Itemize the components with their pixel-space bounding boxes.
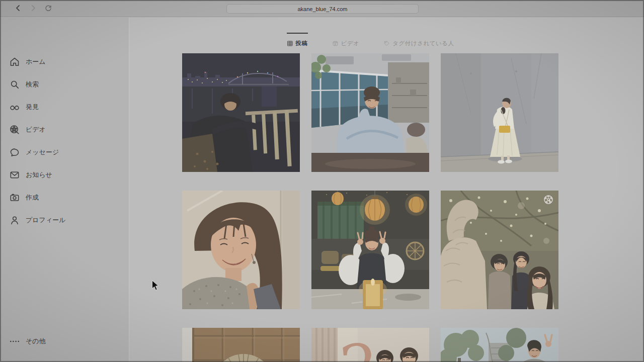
back-arrow-icon (14, 4, 22, 12)
sidebar-item-explore[interactable]: 発見 (0, 96, 129, 118)
tab-label: ビデオ (341, 40, 360, 47)
sidebar-item-home[interactable]: ホーム (0, 50, 129, 73)
tab-label: 投稿 (296, 40, 308, 47)
sidebar-item-profile[interactable]: プロフィール (0, 209, 129, 231)
browser-window: akane_blue_74.com ホーム 検索 (0, 0, 644, 362)
photo-restaurant-peace (311, 191, 429, 309)
more-dots-icon (9, 336, 20, 347)
chat-bubble-icon (9, 147, 20, 158)
post-grid: 2 (182, 53, 558, 362)
balloon-number: 2 (337, 330, 382, 362)
address-bar[interactable]: akane_blue_74.com (226, 4, 419, 14)
sidebar-item-label: 作成 (26, 193, 39, 202)
sidebar-item-label: お知らせ (26, 170, 52, 179)
search-icon (9, 79, 20, 90)
sidebar-item-label: 発見 (26, 103, 39, 112)
back-button[interactable] (14, 4, 22, 12)
photo-night-bridge (182, 53, 300, 172)
sidebar-item-create[interactable]: 作成 (0, 186, 129, 209)
sidebar-item-label: ホーム (26, 57, 46, 66)
tag-icon (383, 40, 390, 47)
film-reel-icon (9, 124, 20, 135)
tab-label: タグ付けされている人 (392, 40, 454, 47)
forward-arrow-icon (29, 4, 37, 12)
camera-icon (9, 192, 20, 203)
sidebar-item-label: 検索 (26, 80, 39, 89)
post-thumbnail-4[interactable] (182, 191, 300, 309)
post-thumbnail-1[interactable] (182, 53, 300, 172)
sidebar-item-search[interactable]: 検索 (0, 73, 129, 96)
tab-posts[interactable]: 投稿 (287, 33, 308, 47)
tab-videos[interactable]: ビデオ (332, 33, 360, 47)
home-icon (9, 56, 20, 67)
forward-button[interactable] (29, 4, 37, 12)
envelope-icon (9, 169, 20, 180)
profile-tab-bar: 投稿 ビデオ タグ付けされている人 (182, 33, 558, 47)
photo-cafe-sweater (311, 53, 429, 172)
reel-icon (332, 40, 339, 47)
person-icon (9, 215, 20, 226)
profile-content: 投稿 ビデオ タグ付けされている人 (129, 18, 644, 362)
post-thumbnail-5[interactable] (311, 191, 429, 309)
sidebar-nav: ホーム 検索 発見 (0, 18, 129, 362)
post-thumbnail-9[interactable] (441, 328, 558, 362)
photo-wall-outfit (441, 53, 558, 172)
photo-portrait-closeup (182, 191, 300, 309)
reload-button[interactable] (44, 4, 52, 12)
post-thumbnail-8[interactable]: 2 (311, 328, 429, 362)
post-thumbnail-6[interactable] (441, 191, 558, 309)
post-thumbnail-2[interactable] (311, 53, 429, 172)
photo-wood-ornament (182, 328, 300, 362)
post-thumbnail-3[interactable] (441, 53, 558, 172)
sidebar-item-label: メッセージ (26, 148, 59, 157)
reload-icon (44, 4, 52, 12)
photo-outdoor-peace (441, 328, 558, 362)
sidebar-item-label: ビデオ (26, 125, 46, 134)
sidebar-item-more[interactable]: その他 (0, 330, 129, 352)
tab-tagged[interactable]: タグ付けされている人 (383, 33, 454, 47)
browser-toolbar: akane_blue_74.com (0, 0, 644, 17)
sidebar-item-label: その他 (26, 337, 46, 346)
sidebar-item-notifications[interactable]: お知らせ (0, 163, 129, 186)
grid-icon (287, 40, 293, 47)
sidebar-item-label: プロフィール (26, 216, 66, 225)
sidebar-item-video[interactable]: ビデオ (0, 118, 129, 141)
photo-balloon-birthday: 2 (311, 328, 429, 362)
photo-friends-selfie (441, 191, 558, 309)
post-thumbnail-7[interactable] (182, 328, 300, 362)
glasses-icon (9, 102, 20, 113)
sidebar-item-messages[interactable]: メッセージ (0, 141, 129, 163)
